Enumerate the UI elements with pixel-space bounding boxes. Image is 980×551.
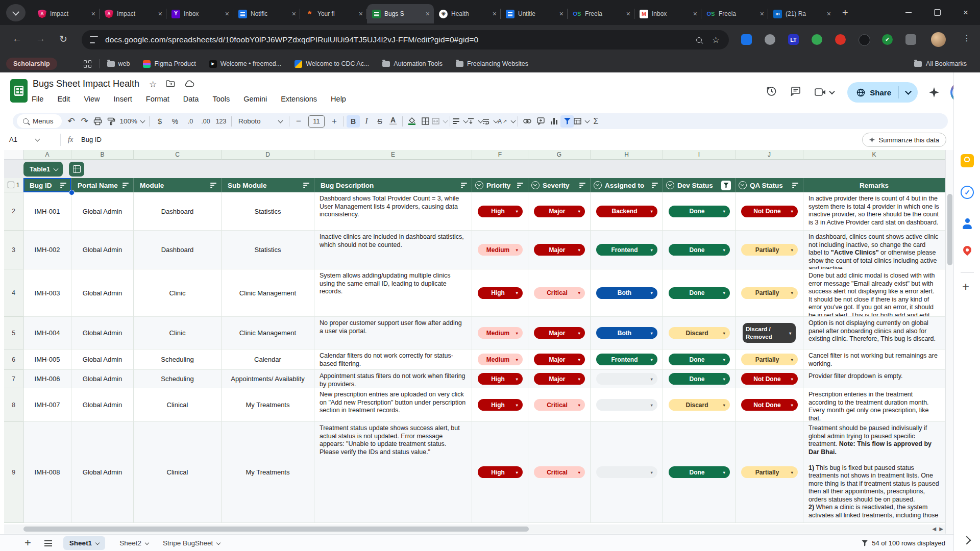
cell-remarks[interactable]: Option is not displaying currently on gl… <box>803 317 945 349</box>
extensions-puzzle-icon[interactable] <box>905 34 916 45</box>
priority-chip[interactable]: High▼ <box>478 399 523 411</box>
cell-priority[interactable]: High▼ <box>472 422 528 523</box>
scroll-right-icon[interactable]: ▶ <box>939 526 943 532</box>
formula-value[interactable]: Bug ID <box>81 136 102 143</box>
cell-remarks[interactable]: In dashboard, clinics count shows active… <box>803 231 945 269</box>
bookmark-item-6[interactable]: Automation Tools <box>382 60 443 67</box>
cell-severity[interactable]: Critical▼ <box>528 422 591 523</box>
cell-dev-status[interactable]: Done▼ <box>663 349 736 370</box>
dev-status-chip[interactable]: Done▼ <box>669 244 730 256</box>
cell-severity[interactable]: Major▼ <box>528 231 591 269</box>
extension-dark-icon[interactable] <box>859 34 870 46</box>
cell-severity[interactable]: Critical▼ <box>528 388 591 422</box>
filter-icon[interactable] <box>461 183 467 188</box>
cell-qa-status[interactable]: Not Done▼ <box>736 388 803 422</box>
cell-remarks[interactable]: Prescription enteries in the treatment a… <box>803 388 945 422</box>
browser-tab-8[interactable]: Untitle× <box>501 4 568 23</box>
extension-lt-icon[interactable]: LT <box>788 34 799 45</box>
scroll-left-icon[interactable]: ◀ <box>933 526 937 532</box>
version-history-icon[interactable] <box>766 86 777 99</box>
priority-chip[interactable]: Medium▼ <box>478 244 523 256</box>
reload-button[interactable]: ↻ <box>59 33 67 45</box>
browser-tab-1[interactable]: AImpact× <box>33 4 100 23</box>
cell-portal-name[interactable]: Global Admin <box>71 422 134 523</box>
cell-assigned-to[interactable]: ▼ <box>591 422 663 523</box>
back-button[interactable]: ← <box>12 33 22 44</box>
column-header-B[interactable]: B <box>71 150 134 160</box>
row-number[interactable]: 5 <box>4 317 23 349</box>
cell-bug-id[interactable]: IMH-002 <box>23 231 71 269</box>
number-format-[interactable]: $ <box>152 115 167 128</box>
browser-tab-3[interactable]: YInbox× <box>166 4 233 23</box>
cell-sub-module[interactable]: Calendar <box>222 349 314 370</box>
column-header-I[interactable]: I <box>663 150 736 160</box>
insert-link-button[interactable] <box>521 115 534 128</box>
cell-module[interactable]: Clinical <box>134 422 222 523</box>
browser-tab-2[interactable]: AImpact× <box>100 4 166 23</box>
priority-chip[interactable]: High▼ <box>478 287 523 299</box>
tab-close-icon[interactable]: × <box>559 10 564 17</box>
cell-sub-module[interactable]: My Treatments <box>222 422 314 523</box>
tab-close-icon[interactable]: × <box>693 10 697 17</box>
tab-close-icon[interactable]: × <box>426 10 430 17</box>
star-icon[interactable]: ☆ <box>149 79 157 90</box>
tab-close-icon[interactable]: × <box>626 10 630 17</box>
browser-tab-9[interactable]: OSFreela× <box>568 4 634 23</box>
dev-status-chip[interactable]: Discard▼ <box>669 399 730 411</box>
contacts-icon[interactable] <box>961 217 974 231</box>
dev-status-chip[interactable]: Done▼ <box>669 466 730 478</box>
cell-priority[interactable]: Medium▼ <box>472 349 528 370</box>
severity-chip[interactable]: Major▼ <box>534 327 585 339</box>
bookmark-item-4[interactable]: ▶Welcome • freemed... <box>209 60 281 68</box>
tab-close-icon[interactable]: × <box>292 10 296 17</box>
cell-severity[interactable]: Major▼ <box>528 349 591 370</box>
table-header-priority[interactable]: Priority <box>472 178 528 192</box>
qa-status-chip[interactable]: Partially▼ <box>741 287 798 299</box>
menu-format[interactable]: Format <box>146 95 169 103</box>
number-format-00[interactable]: .00 <box>198 115 213 128</box>
row-number[interactable]: 7 <box>4 370 23 388</box>
font-family-select[interactable]: Roboto <box>234 115 286 128</box>
vertical-align-button[interactable] <box>468 115 482 128</box>
video-call-icon[interactable] <box>815 88 834 97</box>
text-rotation-button[interactable]: A↗ <box>498 115 515 128</box>
dev-status-chip[interactable]: Done▼ <box>669 206 730 217</box>
cell-bug-description[interactable]: Treatment status update shows success al… <box>314 422 472 523</box>
sheet-tab-sheet2[interactable]: Sheet2 <box>119 539 149 547</box>
share-dropdown[interactable] <box>898 86 918 98</box>
row-number[interactable]: 8 <box>4 388 23 422</box>
dev-status-chip[interactable]: Done▼ <box>669 354 730 365</box>
address-bar[interactable]: docs.google.com/spreadsheets/d/10foobY0l… <box>82 30 729 49</box>
qa-status-chip[interactable]: Not Done▼ <box>741 206 798 217</box>
add-sheet-button[interactable]: + <box>24 536 31 549</box>
priority-chip[interactable]: High▼ <box>478 206 523 217</box>
table-button[interactable] <box>574 115 589 128</box>
cell-bug-description[interactable]: Calendar filters do not work correctly f… <box>314 349 472 370</box>
column-header-E[interactable]: E <box>314 150 472 160</box>
browser-tab-7[interactable]: ✳Health× <box>434 4 501 23</box>
cell-module[interactable]: Clinical <box>134 388 222 422</box>
search-icon[interactable] <box>696 37 702 43</box>
move-folder-icon[interactable] <box>166 80 175 89</box>
dev-status-chip[interactable]: Discard▼ <box>669 327 730 339</box>
qa-status-chip[interactable]: Not Done▼ <box>741 399 798 411</box>
extension-red-icon[interactable] <box>835 34 846 45</box>
keep-icon[interactable] <box>961 154 974 167</box>
cell-portal-name[interactable]: Global Admin <box>71 388 134 422</box>
grid-corner[interactable] <box>4 150 23 160</box>
extension-globe-icon[interactable] <box>765 34 775 45</box>
filter-icon[interactable] <box>517 183 523 188</box>
severity-chip[interactable]: Major▼ <box>534 373 585 385</box>
cell-severity[interactable]: Major▼ <box>528 370 591 388</box>
cell-module[interactable]: Dashboard <box>134 231 222 269</box>
cell-portal-name[interactable]: Global Admin <box>71 370 134 388</box>
menu-file[interactable]: File <box>32 95 43 103</box>
cell-sub-module[interactable]: My Treatments <box>222 388 314 422</box>
cloud-status-icon[interactable] <box>184 80 194 90</box>
bookmark-item-2[interactable]: web <box>107 60 130 67</box>
assigned-to-chip[interactable]: Frontend▼ <box>596 244 657 256</box>
zoom-control[interactable]: 100% <box>118 115 147 128</box>
cell-bug-description[interactable]: No proper customer support user flow aft… <box>314 317 472 349</box>
cell-qa-status[interactable]: Discard / Removed▼ <box>736 317 803 349</box>
text-color-button[interactable]: A <box>386 115 400 128</box>
